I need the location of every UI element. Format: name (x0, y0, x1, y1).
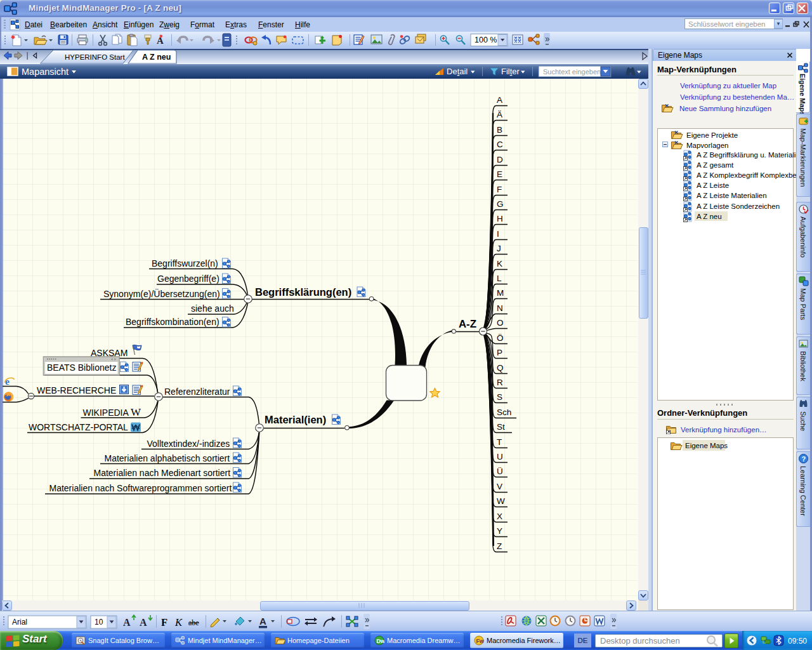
svg-text:F: F (497, 185, 502, 194)
svg-text:Suchtext eingeben: Suchtext eingeben (543, 68, 601, 76)
svg-text:Ü: Ü (497, 467, 503, 476)
svg-text:A: A (140, 617, 147, 628)
svg-text:A: A (259, 616, 266, 627)
svg-text:V: V (497, 482, 502, 491)
svg-text:BEATS Biblionetz: BEATS Biblionetz (47, 362, 116, 373)
svg-text:S: S (497, 392, 502, 402)
svg-text:HYPERINFO Start: HYPERINFO Start (65, 53, 125, 61)
svg-text:W: W (131, 406, 141, 418)
svg-text:Mapansicht: Mapansicht (22, 67, 69, 77)
svg-text:Referenzliteratur: Referenzliteratur (164, 387, 230, 397)
svg-text:J: J (497, 244, 501, 253)
svg-text:WEB-RECHERCHE: WEB-RECHERCHE (37, 385, 116, 395)
svg-text:Sch: Sch (497, 408, 511, 417)
svg-text:Ä: Ä (497, 110, 502, 119)
svg-text:A: A (157, 36, 164, 46)
svg-text:T: T (497, 437, 502, 447)
svg-text:WIKIPEDIA: WIKIPEDIA (83, 408, 129, 418)
svg-text:St: St (497, 422, 505, 432)
svg-text:W: W (497, 496, 505, 506)
svg-text:B: B (497, 125, 502, 135)
svg-text:Materialien nach Softwareprogr: Materialien nach Softwareprogrammen sort… (49, 483, 232, 493)
svg-text:D: D (497, 155, 503, 164)
svg-text:G: G (497, 199, 504, 209)
svg-text:Begriffsklärung(en): Begriffsklärung(en) (255, 286, 351, 298)
svg-text:Volltextindex/-indizes: Volltextindex/-indizes (147, 439, 230, 449)
svg-text:A-Z: A-Z (459, 318, 476, 330)
svg-text:WORTSCHATZ-PORTAL: WORTSCHATZ-PORTAL (29, 422, 128, 432)
svg-text:Z: Z (497, 541, 502, 551)
svg-text:L: L (497, 274, 502, 283)
svg-text:Begriffskombination(en): Begriffskombination(en) (126, 317, 219, 327)
svg-text:Q: Q (497, 363, 504, 373)
svg-text:Detail: Detail (447, 67, 468, 76)
svg-text:Dw: Dw (377, 638, 385, 644)
svg-text:Fw: Fw (476, 638, 485, 644)
svg-text:I: I (497, 229, 499, 239)
svg-text:abe: abe (188, 618, 199, 627)
svg-text:100 %: 100 % (475, 36, 497, 44)
svg-text:M: M (497, 288, 504, 298)
svg-text:E: E (497, 169, 502, 179)
svg-text:A Z neu: A Z neu (142, 53, 171, 62)
svg-text:Filter: Filter (501, 67, 520, 76)
svg-text:Materialien alphabetisch sorti: Materialien alphabetisch sortiert (105, 453, 230, 463)
svg-text:H: H (497, 214, 503, 223)
svg-text:Synonym(e)/Übersetzung(en): Synonym(e)/Übersetzung(en) (103, 288, 220, 299)
svg-text:K: K (174, 616, 183, 628)
svg-text:O: O (497, 318, 504, 328)
svg-text:10: 10 (95, 618, 103, 627)
svg-text:?: ? (802, 455, 806, 463)
svg-text:siehe auch: siehe auch (191, 303, 234, 314)
svg-text:ASKSAM: ASKSAM (91, 348, 128, 358)
svg-text:A: A (123, 617, 131, 628)
svg-text:N: N (497, 303, 503, 313)
svg-text:Y: Y (497, 526, 502, 536)
svg-text:Gegenbegriff(e): Gegenbegriff(e) (157, 274, 219, 284)
svg-text:F: F (161, 616, 167, 628)
svg-text:P: P (497, 348, 502, 357)
svg-text:C: C (497, 140, 503, 149)
svg-text:Materialien nach Medienart sor: Materialien nach Medienart sortiert (94, 468, 231, 478)
svg-text:Arial: Arial (12, 618, 27, 627)
svg-text:Ö: Ö (497, 333, 504, 343)
svg-text:K: K (497, 259, 502, 269)
svg-text:Begriffswurzel(n): Begriffswurzel(n) (152, 258, 218, 269)
svg-text:U: U (497, 452, 503, 461)
svg-text:R: R (497, 378, 503, 387)
svg-text:A: A (497, 95, 502, 105)
svg-text:X: X (497, 512, 502, 521)
svg-text:Material(ien): Material(ien) (265, 414, 326, 425)
